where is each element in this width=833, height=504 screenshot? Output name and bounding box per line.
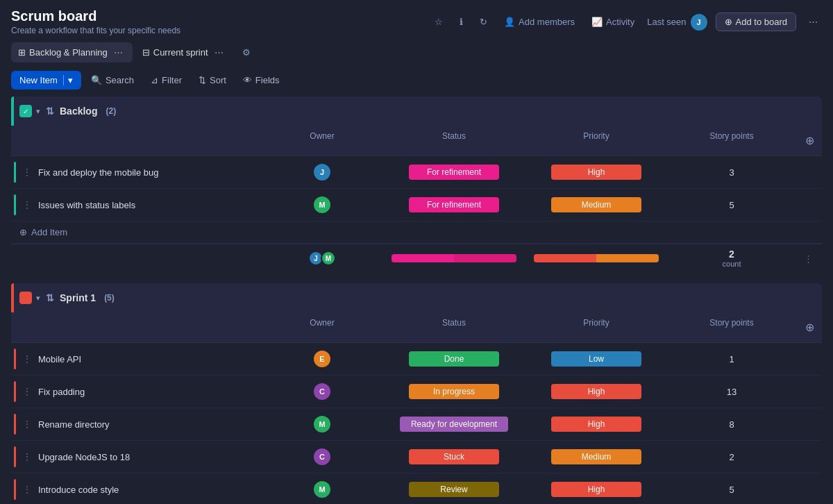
avatar-s1: E — [314, 351, 330, 367]
col-title — [11, 126, 260, 156]
status-badge-s1: Done — [409, 351, 499, 367]
row-title-s1: Mobile API — [38, 354, 81, 364]
settings-button[interactable]: ⚙ — [239, 44, 254, 61]
row-status-s2[interactable]: In progress — [385, 381, 523, 402]
col-status: Status — [385, 126, 523, 156]
row-status-s1[interactable]: Done — [385, 348, 523, 369]
fields-button[interactable]: 👁 Fields — [236, 71, 287, 90]
star-icon: ☆ — [435, 17, 443, 27]
col-priority: Priority — [523, 126, 669, 156]
row-priority-s3[interactable]: High — [523, 414, 669, 435]
add-members-button[interactable]: 👤 Add members — [500, 14, 579, 30]
row-dots-s3[interactable]: ⋮ — [20, 417, 34, 431]
row-strip-s2 — [14, 381, 16, 402]
backlog-tab-dots[interactable]: ⋯ — [111, 46, 126, 59]
row-title-b2: Issues with status labels — [38, 200, 135, 210]
header: Scrum board Create a workflow that fits … — [0, 0, 833, 38]
row-status-s5[interactable]: Review — [385, 479, 523, 500]
priority-bars-backlog — [534, 254, 659, 262]
col-owner: Owner — [260, 126, 385, 156]
row-dots-s4[interactable]: ⋮ — [20, 450, 34, 464]
new-item-dropdown-arrow[interactable]: ▾ — [63, 75, 73, 85]
row-status-b1[interactable]: For refinement — [385, 162, 523, 183]
row-points-s3: 8 — [669, 419, 794, 430]
backlog-checkbox[interactable]: ✓ — [19, 105, 32, 117]
sprint-section-header: ▾ ⇅ Sprint 1 (5) — [11, 283, 822, 312]
sprint-col-points: Story points — [669, 312, 794, 342]
row-points-s4: 2 — [669, 452, 794, 462]
row-dots-b1[interactable]: ⋮ — [20, 165, 34, 179]
search-label: Search — [106, 75, 134, 85]
sprint-toggle[interactable]: ▾ — [14, 285, 46, 311]
row-dots-b2[interactable]: ⋮ — [20, 198, 34, 212]
row-priority-s1[interactable]: Low — [523, 348, 669, 369]
page-title: Scrum board — [11, 8, 180, 24]
sprint-col-status: Status — [385, 312, 523, 342]
search-button[interactable]: 🔍 Search — [84, 71, 141, 90]
add-col-button[interactable]: ⊕ — [802, 131, 817, 150]
col-story-points: Story points — [669, 126, 794, 156]
status-badge-s5: Review — [409, 482, 499, 497]
more-options-button[interactable]: ⋯ — [805, 14, 822, 30]
new-item-label: New Item — [19, 75, 58, 85]
row-owner-s1: E — [260, 346, 385, 371]
avatar-s2: C — [314, 383, 330, 400]
sprint-add-col-button[interactable]: ⊕ — [802, 318, 817, 337]
row-left-b2: ⋮ Issues with status labels — [11, 189, 260, 221]
sprint-title: ⇅ Sprint 1 (5) — [46, 292, 822, 303]
sprint-tab-dots[interactable]: ⋯ — [212, 46, 226, 59]
tab-current-sprint[interactable]: ⊟ Current sprint ⋯ — [135, 42, 233, 62]
row-points-s2: 13 — [669, 387, 794, 397]
backlog-add-item-row[interactable]: ⊕ Add Item — [11, 221, 822, 244]
backlog-toggle[interactable]: ✓ ▾ — [14, 98, 46, 124]
row-priority-b1[interactable]: High — [523, 162, 669, 183]
backlog-summary-status-bars — [385, 251, 523, 265]
row-left-s1: ⋮ Mobile API — [11, 343, 260, 375]
sprint-col-title — [11, 312, 260, 342]
row-priority-s4[interactable]: Medium — [523, 446, 669, 467]
row-title-s2: Fix padding — [38, 387, 85, 397]
add-members-label: Add members — [519, 17, 575, 27]
priority-badge-s4: Medium — [551, 449, 641, 464]
sprint-checkbox[interactable] — [19, 292, 32, 304]
status-bar-2 — [454, 254, 516, 262]
row-dots-s2[interactable]: ⋮ — [20, 385, 34, 398]
activity-button[interactable]: 📈 Activity — [587, 14, 639, 30]
last-seen-area: Last seen J — [647, 14, 707, 31]
backlog-sort-icon: ⇅ — [46, 106, 54, 117]
backlog-col-headers: Owner Status Priority Story points ⊕ — [11, 126, 822, 156]
refresh-icon: ↻ — [480, 17, 487, 27]
backlog-summary-count: 2 count — [669, 249, 794, 268]
refresh-button[interactable]: ↻ — [476, 14, 491, 30]
row-priority-s2[interactable]: High — [523, 381, 669, 402]
summary-avatar-m: M — [321, 251, 336, 266]
backlog-summary-dots[interactable]: ⋮ — [794, 253, 822, 264]
new-item-button[interactable]: New Item ▾ — [11, 71, 81, 90]
tab-backlog-planning[interactable]: ⊞ Backlog & Planning ⋯ — [11, 42, 133, 62]
col-add: ⊕ — [794, 126, 822, 156]
row-status-s4[interactable]: Stuck — [385, 446, 523, 467]
row-priority-s5[interactable]: High — [523, 479, 669, 500]
row-priority-b2[interactable]: Medium — [523, 194, 669, 215]
info-button[interactable]: ℹ — [455, 14, 467, 30]
backlog-summary-priority-bars — [523, 251, 669, 265]
row-status-s3[interactable]: Ready for development — [385, 414, 523, 435]
backlog-title: ⇅ Backlog (2) — [46, 106, 816, 117]
add-to-board-button[interactable]: ⊕ Add to board — [716, 12, 796, 31]
sort-button[interactable]: ⇅ Sort — [192, 71, 233, 90]
row-dots-s1[interactable]: ⋮ — [20, 352, 34, 366]
row-left-s5: ⋮ Introduce code style — [11, 473, 260, 504]
info-icon: ℹ — [460, 17, 463, 27]
backlog-summary-avatars: J M — [260, 251, 385, 266]
table-row: ⋮ Mobile API E Done Low 1 — [11, 343, 822, 376]
row-left-b1: ⋮ Fix and deploy the mobile bug — [11, 156, 260, 188]
avatar-b1: J — [314, 164, 330, 180]
sprint-chevron: ▾ — [36, 294, 40, 303]
activity-label: Activity — [606, 17, 634, 27]
filter-button[interactable]: ⊿ Filter — [144, 71, 189, 90]
priority-badge-s1: Low — [551, 351, 641, 367]
row-status-b2[interactable]: For refinement — [385, 194, 523, 215]
row-dots-s5[interactable]: ⋮ — [20, 482, 34, 496]
activity-icon: 📈 — [591, 17, 603, 27]
star-button[interactable]: ☆ — [430, 14, 447, 30]
